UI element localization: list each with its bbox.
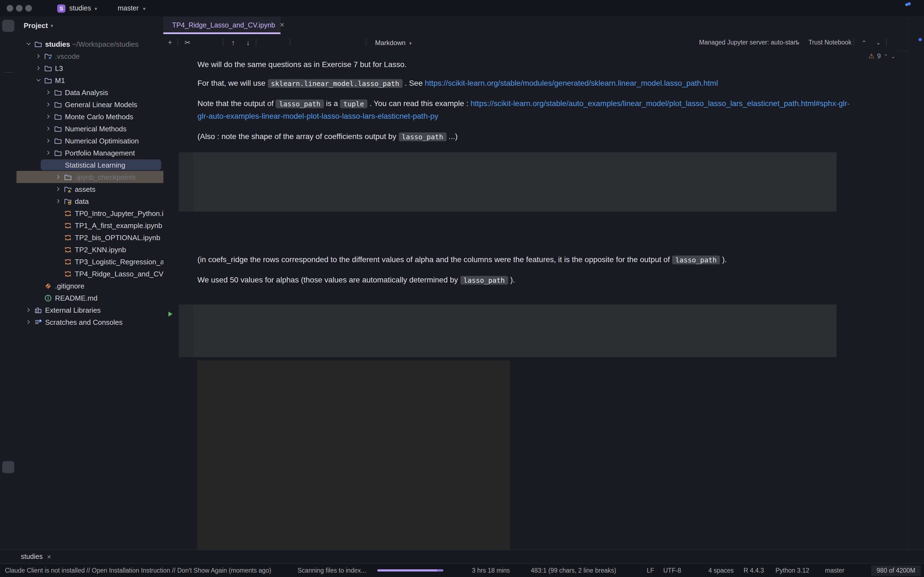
tree-item[interactable]: M1 <box>16 74 163 86</box>
tree-item[interactable]: Scratches and Consoles <box>16 316 163 328</box>
cut-cell-icon[interactable]: ✂ <box>183 38 192 47</box>
services-icon[interactable] <box>2 497 14 509</box>
memory-indicator[interactable]: 980 of 4200M <box>871 566 921 576</box>
tool-window-tab-studies[interactable]: studies <box>21 553 43 561</box>
add-cell-icon[interactable]: ＋ <box>166 38 174 47</box>
project-panel-title[interactable]: Project <box>24 21 48 30</box>
tree-item[interactable]: Statistical Learning <box>16 159 163 171</box>
run-all-cells-icon[interactable] <box>325 38 333 47</box>
clear-outputs-icon[interactable] <box>338 38 347 47</box>
status-message[interactable]: Claude Client is not installed // Open I… <box>5 567 271 574</box>
stop-kernel-icon[interactable] <box>296 38 305 47</box>
tree-item[interactable]: Data Analysis <box>16 86 163 98</box>
tree-item[interactable]: General Linear Models <box>16 98 163 110</box>
line-ending-widget[interactable]: LF <box>647 567 654 574</box>
chevron-right-icon[interactable] <box>24 319 33 325</box>
structure-tool-icon[interactable] <box>2 77 14 90</box>
r-tools-icon[interactable] <box>2 461 14 473</box>
debug-cell-icon[interactable] <box>278 38 286 47</box>
r-packages-icon[interactable] <box>910 71 922 84</box>
commit-tool-icon[interactable] <box>2 38 14 50</box>
chevron-right-icon[interactable] <box>54 174 63 180</box>
branch-widget[interactable]: master <box>825 567 844 574</box>
move-cell-up-icon[interactable]: ↑ <box>229 38 237 47</box>
tree-item[interactable]: .ipynb_checkpoints <box>16 171 163 183</box>
tree-item[interactable]: Numerical Optimisation <box>16 135 163 147</box>
notifications-bell-icon[interactable] <box>910 37 922 50</box>
tree-item[interactable]: TP1_A_first_example.ipynb <box>16 219 163 231</box>
encoding-widget[interactable]: UTF-8 <box>663 567 681 574</box>
chevron-right-icon[interactable] <box>44 137 53 144</box>
tree-item[interactable]: studies ~/Workspace/studies <box>16 38 163 50</box>
python-console-icon[interactable] <box>2 425 14 437</box>
globe-icon[interactable] <box>892 38 901 47</box>
code-cell[interactable] <box>179 152 837 211</box>
chevron-right-icon[interactable] <box>44 125 53 132</box>
copy-cell-icon[interactable] <box>197 38 206 47</box>
r-console-icon[interactable] <box>2 443 14 455</box>
paste-cell-icon[interactable] <box>211 38 220 47</box>
session-time[interactable]: 3 hrs 18 mins <box>472 567 510 574</box>
inspections-widget[interactable]: ⚠ 9 ⌃ ⌄ <box>869 52 895 60</box>
tree-item[interactable]: TP3_Logistic_Regression_an <box>16 256 163 268</box>
python-interpreter-widget[interactable]: Python 3.12 <box>775 567 809 574</box>
science-plugin-icon[interactable] <box>2 391 14 403</box>
close-tab-icon[interactable]: ✕ <box>279 21 284 29</box>
collaboration-icon[interactable] <box>910 89 922 101</box>
hyperlink[interactable]: glr-auto-examples-linear-model-plot-lass… <box>197 111 438 120</box>
notebook-editor[interactable]: ⚠ 9 ⌃ ⌄ We will do the same questions as… <box>163 50 898 550</box>
restart-kernel-icon[interactable] <box>311 38 320 47</box>
chevron-right-icon[interactable] <box>24 307 33 313</box>
chevron-right-icon[interactable] <box>34 65 43 71</box>
minimize-window-button[interactable] <box>16 5 23 11</box>
chevron-right-icon[interactable] <box>44 150 53 156</box>
tree-item[interactable]: L3 <box>16 62 163 74</box>
project-tool-icon[interactable] <box>2 20 14 32</box>
more-tools-icon[interactable] <box>2 96 14 108</box>
tree-item[interactable]: TP4_Ridge_Lasso_and_CV.ip <box>16 268 163 280</box>
cell-type-dropdown[interactable]: Markdown <box>375 39 405 47</box>
tree-item[interactable]: .gitignore <box>16 280 163 292</box>
next-cell-icon[interactable]: ⌄ <box>874 38 883 47</box>
database-tool-icon[interactable] <box>910 55 922 66</box>
chevron-right-icon[interactable] <box>44 89 53 96</box>
tree-item[interactable]: Portfolio Management <box>16 147 163 159</box>
move-cell-down-icon[interactable]: ↓ <box>244 38 252 47</box>
hyperlink[interactable]: https://scikit-learn.org/stable/auto_exa… <box>470 99 850 108</box>
code-cell[interactable] <box>179 305 837 357</box>
chevron-down-icon[interactable] <box>24 41 33 47</box>
pull-requests-tool-icon[interactable] <box>2 56 14 68</box>
chevron-right-icon[interactable] <box>54 186 63 192</box>
chevron-right-icon[interactable] <box>54 198 63 205</box>
tree-item[interactable]: assets <box>16 183 163 195</box>
trust-notebook-button[interactable]: Trust Notebook <box>809 39 851 46</box>
terminal-icon[interactable] <box>2 515 14 527</box>
delete-cell-icon[interactable] <box>352 38 361 47</box>
chevron-right-icon[interactable] <box>34 53 43 60</box>
tree-item[interactable]: Monte Carlo Methods <box>16 110 163 122</box>
editor-tab-active[interactable]: TP4_Ridge_Lasso_and_CV.ipynb ✕ <box>163 16 281 34</box>
tree-item[interactable]: data <box>16 195 163 207</box>
hexagon-plugin-icon[interactable] <box>910 105 922 117</box>
prev-cell-icon[interactable]: ⌃ <box>859 38 869 47</box>
chevron-right-icon[interactable] <box>44 101 53 108</box>
dependencies-icon[interactable] <box>910 126 922 138</box>
problems-icon[interactable] <box>2 532 14 545</box>
tree-item[interactable]: TP2_KNN.ipynb <box>16 243 163 256</box>
layers-icon[interactable] <box>2 479 14 491</box>
tree-item[interactable]: TP0_Intro_Jupyter_Python.ip <box>16 207 163 219</box>
tree-item[interactable]: TP2_bis_OPTIONAL.ipynb <box>16 231 163 243</box>
tree-item[interactable]: .vscode <box>16 50 163 62</box>
chevron-down-icon[interactable] <box>34 77 43 84</box>
project-selector[interactable]: studies <box>69 5 91 12</box>
tree-item[interactable]: README.md <box>16 292 163 304</box>
zoom-window-button[interactable] <box>25 5 32 11</box>
todo-list-icon[interactable] <box>2 408 14 420</box>
run-cell-icon[interactable] <box>263 38 272 47</box>
indent-widget[interactable]: 4 spaces <box>708 567 734 574</box>
r-version-widget[interactable]: R 4.4.3 <box>744 567 764 574</box>
close-tool-tab-icon[interactable]: ✕ <box>47 554 52 560</box>
tree-item[interactable]: External Libraries <box>16 304 163 316</box>
branch-selector[interactable]: master <box>118 5 139 12</box>
jupyter-server-selector[interactable]: Managed Jupyter server: auto-start <box>699 39 798 46</box>
